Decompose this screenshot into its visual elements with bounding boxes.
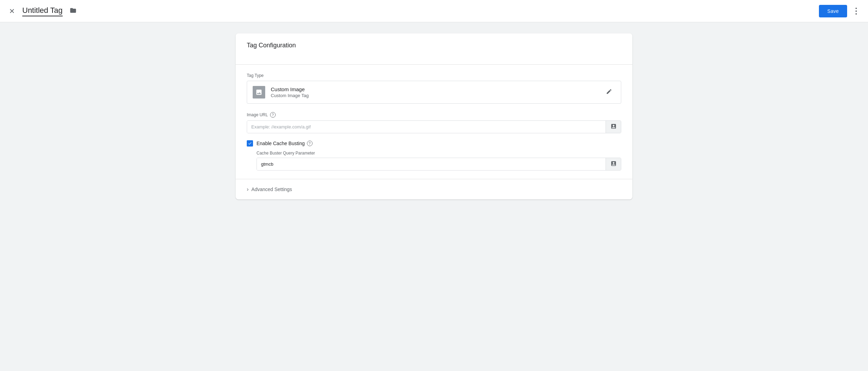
header-left: ✕ Untitled Tag (6, 5, 819, 17)
tag-type-label: Tag Type (247, 73, 621, 78)
chevron-right-icon: › (247, 186, 248, 192)
cache-buster-input-group (257, 158, 621, 171)
tag-type-info: Custom Image Custom Image Tag (271, 86, 603, 98)
advanced-settings-section[interactable]: › Advanced Settings (236, 179, 632, 199)
cache-busting-help-icon[interactable]: ? (307, 141, 313, 146)
header: ✕ Untitled Tag Save (0, 0, 868, 22)
variable-icon (610, 123, 617, 131)
cache-buster-param-input[interactable] (257, 158, 606, 170)
save-button[interactable]: Save (819, 5, 847, 17)
image-url-label: Image URL ? (247, 112, 621, 118)
advanced-settings-label: Advanced Settings (251, 187, 292, 192)
main-content: Tag Configuration Tag Type Custom Image … (0, 22, 868, 211)
image-url-input-group (247, 120, 621, 133)
close-button[interactable]: ✕ (6, 5, 18, 17)
close-icon: ✕ (9, 7, 15, 15)
image-url-section: Image URL ? (247, 112, 621, 133)
page-title: Untitled Tag (22, 6, 63, 16)
image-url-help-icon[interactable]: ? (270, 112, 276, 118)
tag-configuration-card: Tag Configuration Tag Type Custom Image … (236, 33, 632, 199)
section-title: Tag Configuration (247, 42, 621, 49)
edit-tag-type-button[interactable] (603, 86, 615, 98)
tag-configuration-section: Tag Configuration (236, 33, 632, 64)
tag-type-icon (253, 86, 265, 98)
cache-busting-checkbox[interactable] (247, 140, 253, 147)
more-options-button[interactable] (850, 5, 862, 17)
folder-button[interactable] (67, 5, 79, 17)
tag-type-selector[interactable]: Custom Image Custom Image Tag (247, 81, 621, 104)
cache-busting-section: Enable Cache Busting ? Cache Buster Quer… (247, 140, 621, 171)
cache-buster-variable-button[interactable] (606, 158, 621, 170)
folder-icon (70, 7, 77, 15)
pencil-icon (606, 88, 612, 96)
more-options-icon (855, 8, 857, 15)
cache-busting-row: Enable Cache Busting ? (247, 140, 621, 147)
cache-buster-param-label: Cache Buster Query Parameter (257, 151, 621, 156)
tag-type-name: Custom Image (271, 86, 603, 92)
cache-buster-param-section: Cache Buster Query Parameter (257, 151, 621, 171)
cache-busting-label: Enable Cache Busting ? (257, 141, 313, 146)
tag-type-description: Custom Image Tag (271, 93, 603, 98)
image-url-variable-button[interactable] (606, 121, 621, 133)
header-right: Save (819, 5, 862, 17)
tag-body-section: Tag Type Custom Image Custom Image Tag (236, 65, 632, 179)
variable-icon-2 (610, 160, 617, 168)
image-url-input[interactable] (247, 121, 606, 133)
